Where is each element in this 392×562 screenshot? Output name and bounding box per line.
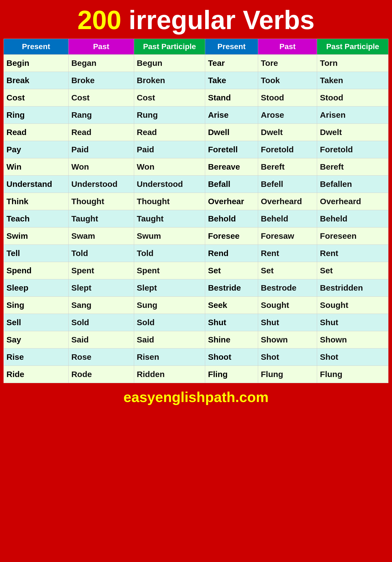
cell-r10-c4: Foresaw <box>258 227 317 245</box>
cell-r17-c1: Rose <box>68 348 134 366</box>
cell-r16-c1: Said <box>68 331 134 348</box>
cell-r6-c0: Win <box>4 158 69 175</box>
cell-r15-c2: Sold <box>134 314 205 331</box>
title-number: 200 <box>77 5 121 35</box>
table-row: RingRangRungAriseAroseArisen <box>4 106 388 123</box>
cell-r11-c4: Rent <box>258 245 317 262</box>
cell-r5-c1: Paid <box>68 141 134 158</box>
cell-r4-c1: Read <box>68 123 134 141</box>
title-text: irregular Verbs <box>121 5 314 35</box>
cell-r8-c5: Overheard <box>317 193 388 210</box>
cell-r9-c4: Beheld <box>258 210 317 227</box>
table-row: SellSoldSoldShutShutShut <box>4 314 388 331</box>
cell-r13-c1: Slept <box>68 279 134 296</box>
cell-r4-c2: Read <box>134 123 205 141</box>
cell-r9-c5: Beheld <box>317 210 388 227</box>
cell-r4-c3: Dwell <box>205 123 258 141</box>
table-row: RiseRoseRisenShootShotShot <box>4 348 388 366</box>
cell-r8-c2: Thought <box>134 193 205 210</box>
cell-r18-c4: Flung <box>258 366 317 383</box>
cell-r11-c3: Rend <box>205 245 258 262</box>
cell-r5-c3: Foretell <box>205 141 258 158</box>
cell-r17-c0: Rise <box>4 348 69 366</box>
cell-r15-c0: Sell <box>4 314 69 331</box>
cell-r0-c4: Tore <box>258 54 317 72</box>
cell-r3-c5: Arisen <box>317 106 388 123</box>
cell-r6-c5: Bereft <box>317 158 388 175</box>
cell-r18-c1: Rode <box>68 366 134 383</box>
cell-r1-c2: Broken <box>134 72 205 89</box>
cell-r7-c1: Understood <box>68 175 134 193</box>
header-past-2: Past <box>258 39 317 54</box>
cell-r14-c2: Sung <box>134 296 205 314</box>
cell-r12-c2: Spent <box>134 262 205 279</box>
table-row: SpendSpentSpentSetSetSet <box>4 262 388 279</box>
header-past-participle-2: Past Participle <box>317 39 388 54</box>
cell-r8-c1: Thought <box>68 193 134 210</box>
cell-r9-c3: Behold <box>205 210 258 227</box>
table-row: WinWonWonBereaveBereftBereft <box>4 158 388 175</box>
cell-r3-c4: Arose <box>258 106 317 123</box>
cell-r4-c4: Dwelt <box>258 123 317 141</box>
cell-r4-c5: Dwelt <box>317 123 388 141</box>
cell-r18-c2: Ridden <box>134 366 205 383</box>
cell-r0-c3: Tear <box>205 54 258 72</box>
cell-r7-c0: Understand <box>4 175 69 193</box>
cell-r1-c4: Took <box>258 72 317 89</box>
cell-r10-c3: Foresee <box>205 227 258 245</box>
cell-r16-c0: Say <box>4 331 69 348</box>
cell-r11-c1: Told <box>68 245 134 262</box>
table-row: PayPaidPaidForetellForetoldForetold <box>4 141 388 158</box>
cell-r15-c4: Shut <box>258 314 317 331</box>
cell-r3-c3: Arise <box>205 106 258 123</box>
cell-r14-c3: Seek <box>205 296 258 314</box>
page-title: 200 irregular Verbs <box>3 3 389 38</box>
cell-r3-c1: Rang <box>68 106 134 123</box>
cell-r17-c3: Shoot <box>205 348 258 366</box>
cell-r1-c1: Broke <box>68 72 134 89</box>
cell-r12-c1: Spent <box>68 262 134 279</box>
table-row: CostCostCostStandStoodStood <box>4 89 388 106</box>
cell-r1-c0: Break <box>4 72 69 89</box>
cell-r1-c5: Taken <box>317 72 388 89</box>
cell-r7-c5: Befallen <box>317 175 388 193</box>
verbs-table: Present Past Past Participle Present Pas… <box>4 39 388 383</box>
cell-r14-c5: Sought <box>317 296 388 314</box>
cell-r5-c0: Pay <box>4 141 69 158</box>
table-row: SleepSleptSleptBestrideBestrodeBestridde… <box>4 279 388 296</box>
table-row: ReadReadReadDwellDweltDwelt <box>4 123 388 141</box>
cell-r2-c4: Stood <box>258 89 317 106</box>
cell-r6-c2: Won <box>134 158 205 175</box>
cell-r2-c1: Cost <box>68 89 134 106</box>
cell-r12-c0: Spend <box>4 262 69 279</box>
cell-r11-c2: Told <box>134 245 205 262</box>
cell-r16-c5: Shown <box>317 331 388 348</box>
table-row: SingSangSungSeekSoughtSought <box>4 296 388 314</box>
header-past-participle-1: Past Participle <box>134 39 205 54</box>
table-row: BreakBrokeBrokenTakeTookTaken <box>4 72 388 89</box>
cell-r17-c5: Shot <box>317 348 388 366</box>
cell-r5-c2: Paid <box>134 141 205 158</box>
cell-r13-c3: Bestride <box>205 279 258 296</box>
header-past-1: Past <box>68 39 134 54</box>
cell-r17-c2: Risen <box>134 348 205 366</box>
cell-r10-c5: Foreseen <box>317 227 388 245</box>
cell-r15-c5: Shut <box>317 314 388 331</box>
cell-r13-c0: Sleep <box>4 279 69 296</box>
cell-r12-c3: Set <box>205 262 258 279</box>
table-row: RideRodeRiddenFlingFlungFlung <box>4 366 388 383</box>
cell-r9-c2: Taught <box>134 210 205 227</box>
cell-r0-c0: Begin <box>4 54 69 72</box>
cell-r13-c5: Bestridden <box>317 279 388 296</box>
cell-r13-c4: Bestrode <box>258 279 317 296</box>
cell-r5-c4: Foretold <box>258 141 317 158</box>
cell-r8-c0: Think <box>4 193 69 210</box>
cell-r15-c3: Shut <box>205 314 258 331</box>
cell-r9-c1: Taught <box>68 210 134 227</box>
cell-r17-c4: Shot <box>258 348 317 366</box>
cell-r2-c5: Stood <box>317 89 388 106</box>
table-row: SwimSwamSwumForeseeForesawForeseen <box>4 227 388 245</box>
header-present-1: Present <box>4 39 69 54</box>
outer-wrapper: 200 irregular Verbs Present Past Past Pa… <box>0 0 392 409</box>
cell-r6-c4: Bereft <box>258 158 317 175</box>
